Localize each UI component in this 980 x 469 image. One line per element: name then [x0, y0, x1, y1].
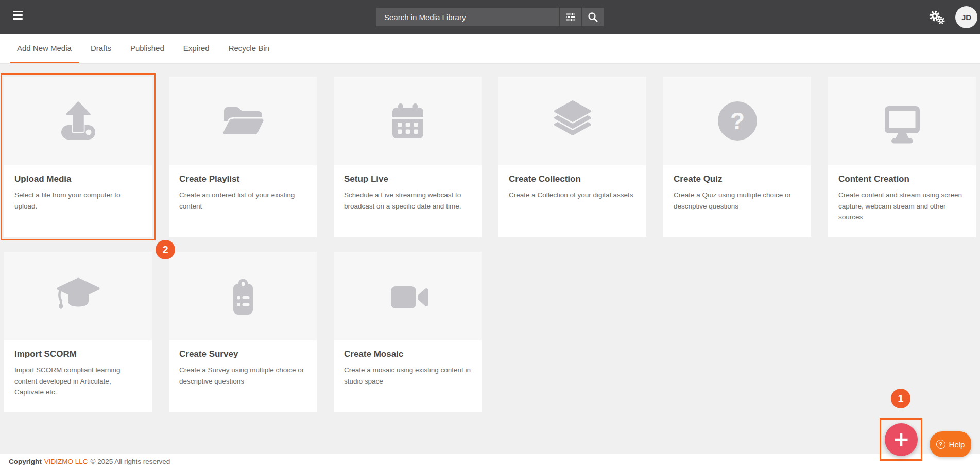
monitor-icon [828, 77, 976, 165]
media-library-page: JD Add New Media Drafts Published Expire… [0, 0, 980, 469]
search-input[interactable] [376, 8, 559, 26]
card-description: Create content and stream using screen c… [838, 189, 966, 223]
card-content-creation[interactable]: Content Creation Create content and stre… [828, 77, 976, 237]
card-import-scorm[interactable]: Import SCORM Import SCORM compliant lear… [4, 252, 152, 412]
card-title: Setup Live [344, 174, 471, 184]
clipboard-list-icon [169, 252, 317, 340]
video-camera-icon [334, 252, 482, 340]
card-description: Schedule a Live streaming webcast to bro… [344, 189, 471, 212]
layers-icon [498, 77, 646, 165]
gears-icon [928, 10, 945, 25]
user-avatar[interactable]: JD [955, 6, 977, 28]
card-upload-media[interactable]: Upload Media Select a file from your com… [4, 77, 152, 237]
card-description: Create an ordered list of your existing … [179, 189, 306, 212]
card-create-mosaic[interactable]: Create Mosaic Create a mosaic using exis… [334, 252, 482, 412]
card-title: Create Mosaic [344, 349, 471, 359]
tab-recycle-bin[interactable]: Recycle Bin [221, 34, 277, 63]
footer-copyright-label: Copyright [9, 458, 42, 465]
help-label: Help [949, 440, 965, 449]
cards-grid: Upload Media Select a file from your com… [0, 64, 980, 412]
card-create-collection[interactable]: Create Collection Create a Collection of… [498, 77, 646, 237]
calendar-icon [334, 77, 482, 165]
help-question-icon: ? [936, 440, 945, 449]
help-button[interactable]: ? Help [930, 431, 971, 457]
search-button[interactable] [581, 8, 604, 26]
plus-icon [893, 431, 909, 448]
footer-company-link[interactable]: VIDIZMO LLC [44, 458, 88, 465]
card-description: Select a file from your computer to uplo… [14, 189, 142, 212]
tab-published[interactable]: Published [123, 34, 171, 63]
card-description: Create a Quiz using multiple choice or d… [674, 189, 801, 212]
settings-button[interactable] [928, 10, 945, 25]
card-create-survey[interactable]: Create Survey Create a Survey using mult… [169, 252, 317, 412]
annotation-step-2-badge: 2 [156, 240, 175, 259]
content-area: Upload Media Select a file from your com… [0, 64, 980, 454]
card-title: Create Playlist [179, 174, 306, 184]
card-title: Upload Media [14, 174, 142, 184]
upload-icon [4, 77, 152, 165]
tab-expired[interactable]: Expired [176, 34, 217, 63]
add-media-fab[interactable] [885, 423, 918, 456]
footer-rights-text: © 2025 All rights reserved [91, 458, 170, 465]
card-description: Import SCORM compliant learning content … [14, 364, 142, 398]
card-description: Create a Survey using multiple choice or… [179, 364, 306, 387]
top-bar: JD [0, 0, 980, 34]
annotation-step-1-badge: 1 [891, 389, 910, 408]
hamburger-menu-icon[interactable] [13, 11, 25, 23]
card-create-playlist[interactable]: Create Playlist Create an ordered list o… [169, 77, 317, 237]
footer: Copyright VIDIZMO LLC © 2025 All rights … [0, 454, 980, 469]
graduation-cap-icon [4, 252, 152, 340]
filter-sliders-icon [564, 11, 577, 23]
card-title: Create Survey [179, 349, 306, 359]
search-bar [376, 8, 604, 26]
card-description: Create a mosaic using existing content i… [344, 364, 471, 387]
card-description: Create a Collection of your digital asse… [509, 189, 636, 201]
tab-bar: Add New Media Drafts Published Expired R… [0, 34, 980, 64]
card-title: Content Creation [838, 174, 966, 184]
filter-button[interactable] [559, 8, 581, 26]
question-circle-icon: ? [663, 77, 811, 165]
card-title: Import SCORM [14, 349, 142, 359]
search-icon [587, 11, 598, 23]
folder-open-icon [169, 77, 317, 165]
card-create-quiz[interactable]: ? Create Quiz Create a Quiz using multip… [663, 77, 811, 237]
card-setup-live[interactable]: Setup Live Schedule a Live streaming web… [334, 77, 482, 237]
svg-text:?: ? [730, 108, 744, 134]
card-title: Create Collection [509, 174, 636, 184]
tab-drafts[interactable]: Drafts [83, 34, 118, 63]
card-title: Create Quiz [674, 174, 801, 184]
tab-add-new-media[interactable]: Add New Media [10, 34, 79, 63]
